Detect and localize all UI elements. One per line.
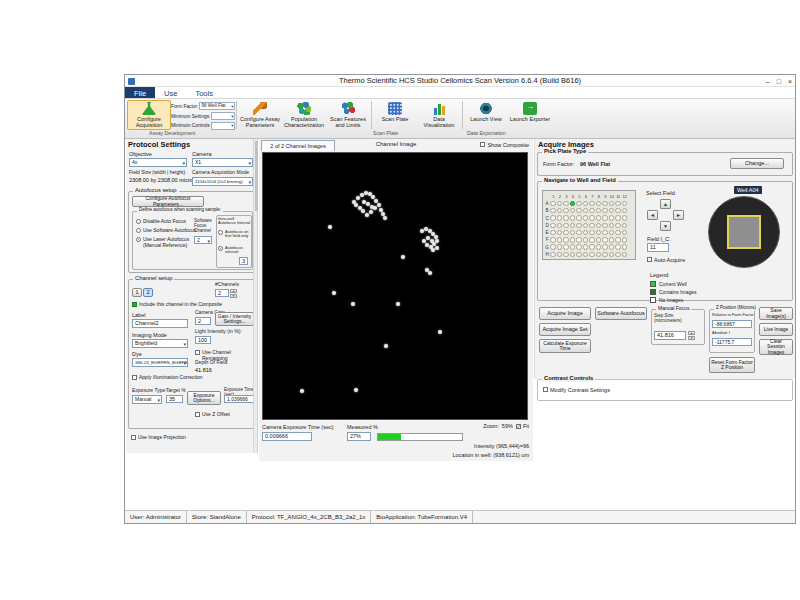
reset-form-factor-button[interactable]: Reset Form Factor Z Position <box>709 357 755 373</box>
plate-well-A3[interactable] <box>563 201 569 207</box>
plate-well-H6[interactable] <box>583 252 589 258</box>
well-display[interactable] <box>708 196 780 268</box>
plate-well-E1[interactable] <box>550 230 556 236</box>
plate-well-A6[interactable] <box>583 201 589 207</box>
plate-well-D11[interactable] <box>615 223 621 229</box>
plate-well-E10[interactable] <box>609 230 615 236</box>
camera-dropdown[interactable]: X1 <box>192 158 253 167</box>
plate-well-E3[interactable] <box>563 230 569 236</box>
plate-well-A10[interactable] <box>609 201 615 207</box>
plate-well-B5[interactable] <box>576 208 582 214</box>
illumination-correction-checkbox[interactable]: Apply Illumination Correction <box>132 375 203 381</box>
data-visualization-button[interactable]: Data Visualization <box>417 100 461 130</box>
plate-well-C10[interactable] <box>609 215 615 221</box>
plate-well-G6[interactable] <box>583 244 589 250</box>
field-up-button[interactable]: ▲ <box>660 199 671 209</box>
plate-well-H3[interactable] <box>563 252 569 258</box>
plate-well-H8[interactable] <box>596 252 602 258</box>
plate-well-D7[interactable] <box>589 223 595 229</box>
plate-well-A11[interactable] <box>615 201 621 207</box>
num-channels-spinner[interactable]: ▲▼ <box>230 289 237 298</box>
image-projection-checkbox[interactable]: Use Image Projection <box>131 435 186 441</box>
plate-well-H10[interactable] <box>609 252 615 258</box>
plate-well-C6[interactable] <box>583 215 589 221</box>
software-focus-channel-dropdown[interactable]: 2 <box>194 236 212 244</box>
plate-well-D4[interactable] <box>570 223 576 229</box>
step-size-spinner[interactable]: ▲▼ <box>688 331 695 340</box>
plate-well-G4[interactable] <box>570 244 576 250</box>
plate-well-H2[interactable] <box>557 252 563 258</box>
plate-well-B8[interactable] <box>596 208 602 214</box>
plate-well-C9[interactable] <box>602 215 608 221</box>
plate-well-F5[interactable] <box>576 237 582 243</box>
clear-session-button[interactable]: Clear Session Images <box>759 339 793 355</box>
channel-1-button[interactable]: 1 <box>132 288 142 297</box>
interval-input[interactable]: 3 <box>239 257 248 265</box>
launch-exporter-button[interactable]: Launch Exporter <box>508 100 552 130</box>
modify-contrast-checkbox[interactable]: Modify Contrast Settings <box>543 387 610 393</box>
population-characterization-button[interactable]: Population Characterization <box>282 100 326 130</box>
exposure-options-button[interactable]: Exposure Options... <box>187 391 221 405</box>
configure-autofocus-button[interactable]: Configure Autofocus Parameters... <box>132 196 204 207</box>
calculate-exposure-button[interactable]: Calculate Exposure Time <box>539 339 591 353</box>
plate-well-B6[interactable] <box>583 208 589 214</box>
plate-well-E4[interactable] <box>570 230 576 236</box>
acq-mode-dropdown[interactable]: 1104x1104 (2x2 binning) <box>192 177 253 186</box>
plate-well-C12[interactable] <box>622 215 628 221</box>
plate-well-B10[interactable] <box>609 208 615 214</box>
plate-well-E11[interactable] <box>615 230 621 236</box>
plate-well-H9[interactable] <box>602 252 608 258</box>
dye-dropdown[interactable]: 386-23_BGRFRN_BGRFRN <box>132 358 188 367</box>
software-autofocus-radio[interactable]: Use Software Autofocus <box>136 228 196 234</box>
plate-well-E8[interactable] <box>596 230 602 236</box>
plate-well-H11[interactable] <box>615 252 621 258</box>
plate-well-H5[interactable] <box>576 252 582 258</box>
plate-well-G3[interactable] <box>563 244 569 250</box>
plate-well-A5[interactable] <box>576 201 582 207</box>
plate-well-G5[interactable] <box>576 244 582 250</box>
plate-well-F1[interactable] <box>550 237 556 243</box>
plate-well-C11[interactable] <box>615 215 621 221</box>
plate-well-B9[interactable] <box>602 208 608 214</box>
plate-well-H12[interactable] <box>622 252 628 258</box>
plate-well-F6[interactable] <box>583 237 589 243</box>
plate-well-F3[interactable] <box>563 237 569 243</box>
change-plate-button[interactable]: Change... <box>730 158 784 169</box>
plate-well-D3[interactable] <box>563 223 569 229</box>
plate-well-F2[interactable] <box>557 237 563 243</box>
save-images-button[interactable]: Save Image(s) <box>759 307 793 320</box>
plate-well-F7[interactable] <box>589 237 595 243</box>
plate-well-E9[interactable] <box>602 230 608 236</box>
plate-well-B7[interactable] <box>589 208 595 214</box>
plate-well-C4[interactable] <box>570 215 576 221</box>
minimum-settings-dropdown[interactable] <box>211 112 235 120</box>
target-percent-input[interactable]: 35 <box>166 395 183 403</box>
field-right-button[interactable]: ► <box>673 210 684 220</box>
plate-well-D2[interactable] <box>557 223 563 229</box>
plate-well-C3[interactable] <box>563 215 569 221</box>
plate-well-A2[interactable] <box>557 201 563 207</box>
plate-well-E6[interactable] <box>583 230 589 236</box>
plate-well-B3[interactable] <box>563 208 569 214</box>
plate-well-A12[interactable] <box>622 201 628 207</box>
plate-well-B1[interactable] <box>550 208 556 214</box>
minimum-controls-dropdown[interactable] <box>211 122 235 130</box>
channel-image[interactable] <box>262 152 528 420</box>
plate-well-C7[interactable] <box>589 215 595 221</box>
exposure-type-dropdown[interactable]: Manual <box>132 395 162 404</box>
scan-features-limits-button[interactable]: Scan Features and Limits <box>326 100 370 130</box>
tab-use[interactable]: Use <box>155 87 186 98</box>
camera-gain-input[interactable]: 2 <box>195 317 211 325</box>
scan-plate-button[interactable]: Scan Plate <box>373 100 417 130</box>
auto-acquire-checkbox[interactable]: Auto Acquire <box>647 257 685 263</box>
maximize-icon[interactable]: □ <box>777 78 781 85</box>
plate-well-F10[interactable] <box>609 237 615 243</box>
tab-tools[interactable]: Tools <box>186 87 222 98</box>
label-input[interactable]: Channel2 <box>132 319 188 328</box>
plate-well-H1[interactable] <box>550 252 556 258</box>
acquire-image-set-button[interactable]: Acquire Image Set <box>539 323 591 336</box>
plate-well-C5[interactable] <box>576 215 582 221</box>
plate-well-C1[interactable] <box>550 215 556 221</box>
left-panel-scrollbar[interactable] <box>253 139 257 453</box>
plate-well-F4[interactable] <box>570 237 576 243</box>
